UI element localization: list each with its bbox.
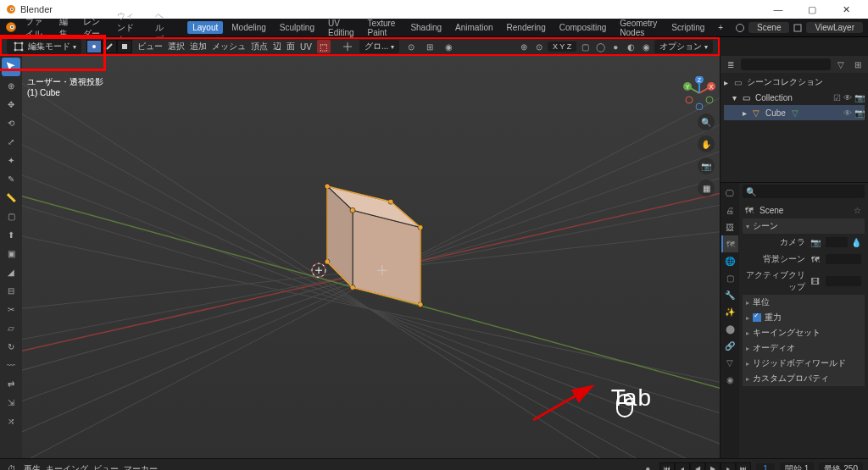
tool-loopcut[interactable]: ⊟ (2, 281, 20, 300)
tool-addcube[interactable]: ▢ (2, 207, 20, 225)
properties-search[interactable]: 🔍 (743, 185, 865, 198)
vp-menu-face[interactable]: 面 (287, 41, 295, 53)
orientation-icon[interactable] (341, 40, 354, 53)
ptab-scene[interactable]: 🗺 (721, 235, 738, 252)
panel-custom[interactable]: カスタムプロパティ (743, 371, 865, 386)
tool-rip[interactable]: ⤮ (2, 412, 20, 430)
new-collection-icon[interactable]: ⊞ (851, 58, 865, 71)
ptab-particle[interactable]: ✨ (721, 303, 738, 320)
timeline-menu-marker[interactable]: マーカー (124, 463, 158, 471)
eye-icon[interactable]: 👁 (843, 108, 852, 118)
ptab-constraint[interactable]: 🔗 (721, 337, 738, 354)
bgscene-field[interactable] (826, 254, 861, 264)
viewlayer-selector[interactable]: ViewLayer (806, 22, 863, 33)
panel-units[interactable]: 単位 (743, 295, 865, 310)
ptab-meshdata[interactable]: ▽ (721, 354, 738, 371)
gravity-checkbox[interactable] (753, 313, 761, 322)
outliner-root[interactable]: ▸ ▭ シーンコレクション (724, 75, 865, 90)
eye-icon[interactable]: 👁 (843, 93, 852, 102)
tool-polybuild[interactable]: ▱ (2, 318, 20, 337)
tool-inset[interactable]: ▣ (2, 244, 20, 263)
workspace-tab-rendering[interactable]: Rendering (502, 21, 551, 34)
minimize-button[interactable]: — (761, 0, 795, 19)
xyz-overlay[interactable]: X Y Z (548, 41, 576, 52)
shading-matprev-icon[interactable]: ◐ (624, 40, 637, 53)
workspace-tab-layout[interactable]: Layout (187, 21, 223, 34)
panel-rigid[interactable]: リジッドボディワールド (743, 356, 865, 371)
vp-menu-mesh[interactable]: メッシュ (212, 41, 246, 53)
nav-zoom-icon[interactable]: 🔍 (698, 113, 715, 130)
current-frame[interactable]: 1 (756, 463, 775, 470)
overlay-toggle-icon[interactable]: ⊙ (532, 40, 546, 53)
workspace-tab-texpaint[interactable]: Texture Paint (363, 17, 403, 39)
autokey-icon[interactable]: ● (641, 462, 654, 471)
panel-gravity[interactable]: 重力 (743, 310, 865, 325)
ptab-world[interactable]: 🌐 (721, 252, 738, 269)
select-face-button[interactable] (117, 40, 132, 53)
timeline-menu-keying[interactable]: キーイング (46, 463, 88, 471)
workspace-tab-uvediting[interactable]: UV Editing (323, 17, 359, 39)
filter-icon[interactable]: ▽ (834, 58, 848, 71)
tool-knife[interactable]: ✂ (2, 300, 20, 318)
scene-selector[interactable]: Scene (748, 22, 789, 33)
tool-scale[interactable]: ⤢ (2, 132, 20, 151)
tool-bevel[interactable]: ◢ (2, 263, 20, 281)
panel-audio[interactable]: オーディオ (743, 340, 865, 356)
select-vertex-button[interactable] (86, 40, 102, 53)
play-button[interactable]: ▶ (705, 462, 721, 471)
workspace-tab-animation[interactable]: Animation (450, 21, 498, 34)
shading-rendered-icon[interactable]: ◉ (639, 40, 653, 53)
vp-menu-add[interactable]: 追加 (190, 41, 207, 53)
tool-rotate[interactable]: ⟲ (2, 113, 20, 132)
tool-transform[interactable]: ✦ (2, 151, 20, 169)
tool-measure[interactable]: 📏 (2, 188, 20, 207)
propedit-icon[interactable]: ◉ (442, 40, 455, 53)
frame-end[interactable]: 最終 250 (819, 462, 863, 471)
select-edge-button[interactable] (102, 40, 117, 53)
camera-field[interactable] (826, 237, 848, 247)
options-dropdown[interactable]: オプション ▾ (654, 40, 713, 53)
ptab-object[interactable]: ▢ (721, 269, 738, 286)
exclude-icon[interactable]: ☑ (833, 93, 841, 102)
transform-orientation[interactable]: グロ...▾ (359, 40, 399, 53)
jump-end-button[interactable]: ⏭ (736, 462, 751, 471)
tool-cursor[interactable]: ⊕ (2, 76, 20, 95)
eyedropper-icon[interactable]: 💧 (851, 238, 861, 247)
vp-menu-edge[interactable]: 辺 (273, 41, 281, 53)
activeclip-field[interactable] (826, 276, 861, 286)
mode-selector[interactable]: 編集モード ▾ (7, 39, 81, 54)
keyframe-prev-button[interactable]: ◂ (675, 462, 690, 471)
ptab-physics[interactable]: ⬤ (721, 320, 738, 337)
ptab-modifier[interactable]: 🔧 (721, 286, 738, 303)
xray-icon[interactable]: ▢ (578, 40, 592, 53)
panel-keying[interactable]: キーイングセット (743, 325, 865, 340)
ptab-output[interactable]: 🖨 (721, 202, 738, 218)
outliner-collection[interactable]: ▾ ▭ Collection ☑👁📷 (724, 90, 865, 105)
shading-solid-icon[interactable]: ● (609, 40, 622, 53)
frame-start[interactable]: 開始 1 (780, 462, 815, 471)
timeline-editor-icon[interactable]: ⏱ (5, 462, 19, 471)
uv-sync-icon[interactable]: ⬚ (317, 40, 331, 53)
tool-shrink[interactable]: ⇲ (2, 393, 20, 412)
render-icon[interactable]: 📷 (854, 93, 865, 102)
vp-menu-vertex[interactable]: 頂点 (251, 41, 268, 53)
ptab-viewlayer[interactable]: 🖼 (721, 218, 738, 235)
vp-menu-select[interactable]: 選択 (168, 41, 185, 53)
timeline-menu-playback[interactable]: 再生 (24, 463, 41, 471)
ptab-material[interactable]: ◉ (721, 371, 738, 388)
workspace-tab-modeling[interactable]: Modeling (226, 21, 271, 34)
nav-pan-icon[interactable]: ✋ (698, 135, 715, 152)
workspace-tab-geonodes[interactable]: Geometry Nodes (615, 17, 663, 39)
tool-extrude[interactable]: ⬆ (2, 225, 20, 244)
jump-start-button[interactable]: ⏮ (659, 462, 675, 471)
maximize-button[interactable]: ▢ (795, 0, 829, 19)
play-reverse-button[interactable]: ◀ (690, 462, 705, 471)
outliner-item-cube[interactable]: ▸ ▽ Cube ▽ 👁📷 (724, 105, 865, 120)
gizmo-toggle-icon[interactable]: ⊕ (517, 40, 531, 53)
shading-wire-icon[interactable]: ◯ (593, 40, 607, 53)
tool-annotate[interactable]: ✎ (2, 169, 20, 188)
keyframe-next-button[interactable]: ▸ (721, 462, 736, 471)
tool-smooth[interactable]: 〰 (2, 356, 20, 374)
panel-scene[interactable]: シーン (743, 218, 865, 234)
outliner-search[interactable] (741, 58, 831, 70)
